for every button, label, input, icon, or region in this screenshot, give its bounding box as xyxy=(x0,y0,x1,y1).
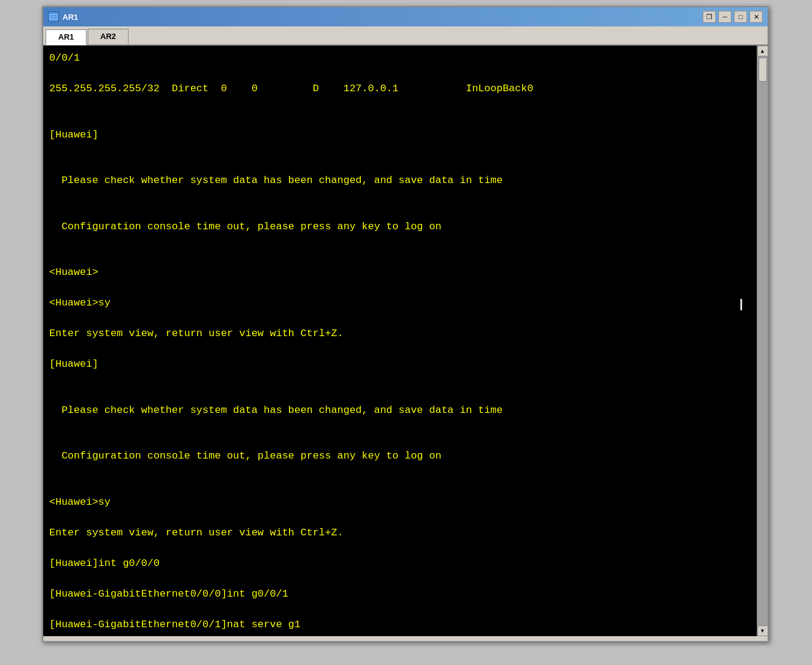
minimize-button[interactable]: ─ xyxy=(718,11,732,23)
scroll-down-button[interactable]: ▼ xyxy=(757,625,768,636)
window-title: AR1 xyxy=(62,13,78,22)
title-bar: AR1 ❐ ─ □ ✕ xyxy=(43,7,768,26)
maximize-button[interactable]: □ xyxy=(734,11,747,23)
tab-ar2[interactable]: AR2 xyxy=(88,29,129,44)
title-bar-left: AR1 xyxy=(48,11,78,22)
terminal-output[interactable]: 0/0/1 255.255.255.255/32 Direct 0 0 D 12… xyxy=(43,46,757,636)
tab-ar1[interactable]: AR1 xyxy=(46,29,86,45)
main-window: AR1 ❐ ─ □ ✕ AR1 AR2 0/0/1 255.255.255.25… xyxy=(42,6,769,642)
scroll-up-button[interactable]: ▲ xyxy=(757,46,768,56)
tab-bar: AR1 AR2 xyxy=(43,26,768,46)
scroll-track xyxy=(757,56,768,625)
restore-button[interactable]: ❐ xyxy=(703,11,716,23)
close-button[interactable]: ✕ xyxy=(750,11,763,23)
scroll-thumb[interactable] xyxy=(759,58,767,82)
window-controls: ❐ ─ □ ✕ xyxy=(703,11,763,23)
scrollbar[interactable]: ▲ ▼ xyxy=(757,46,768,636)
app-icon xyxy=(48,11,59,22)
terminal-container: 0/0/1 255.255.255.255/32 Direct 0 0 D 12… xyxy=(43,46,768,636)
